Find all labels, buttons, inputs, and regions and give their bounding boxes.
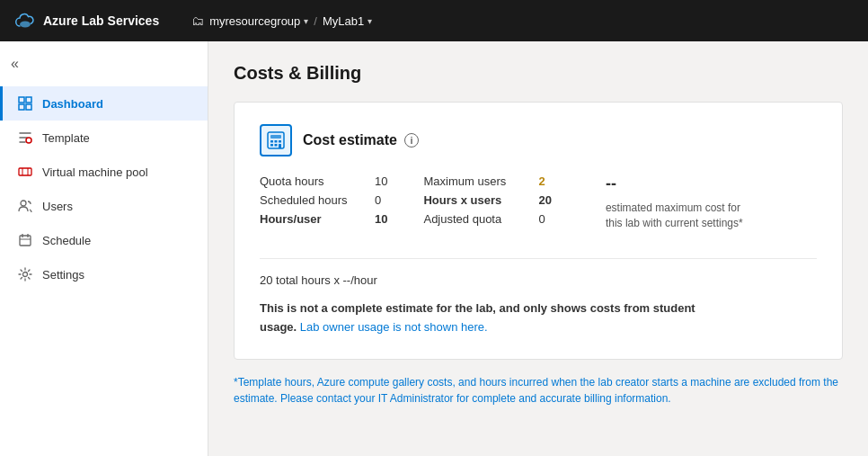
svg-rect-3 <box>19 104 24 110</box>
stat-row-adjusted-quota: Adjusted quota 0 <box>423 212 551 226</box>
stat-row-max-users: Maximum users 2 <box>423 174 551 188</box>
sidebar-item-label: Users <box>42 200 73 213</box>
svg-rect-4 <box>26 104 31 110</box>
svg-rect-19 <box>279 140 281 143</box>
cost-description: estimated maximum cost for this lab with… <box>606 201 749 231</box>
stat-label: Hours x users <box>423 193 531 207</box>
resource-group-chevron: ▾ <box>304 16 308 26</box>
stat-label: Hours/user <box>260 212 368 226</box>
footer-note: *Template hours, Azure compute gallery c… <box>234 374 843 407</box>
calculator-icon <box>260 124 292 156</box>
stat-label: Adjusted quota <box>423 212 531 226</box>
cost-right-section: -- estimated maximum cost for this lab w… <box>606 174 749 231</box>
sidebar-item-template[interactable]: Template <box>0 121 208 155</box>
stats-col-right: Maximum users 2 Hours x users 20 Adjuste… <box>423 174 551 226</box>
breadcrumb: 🗂 myresourcegroup ▾ / MyLab1 ▾ <box>191 13 372 28</box>
vm-pool-icon <box>17 164 33 180</box>
card-title: Cost estimate i <box>303 132 419 148</box>
info-icon[interactable]: i <box>404 133 419 148</box>
sidebar-item-label: Settings <box>42 268 84 282</box>
svg-rect-16 <box>270 135 281 139</box>
lab-name-link[interactable]: MyLab1 ▾ <box>323 14 372 28</box>
stat-row-scheduled-hours: Scheduled hours 0 <box>260 193 387 207</box>
stat-row-hours-per-user: Hours/user 10 <box>260 212 387 226</box>
sidebar-item-users[interactable]: Users <box>0 189 208 223</box>
sidebar-item-dashboard[interactable]: Dashboard <box>0 86 208 121</box>
sidebar-item-label: Schedule <box>42 234 91 247</box>
svg-rect-18 <box>275 140 278 143</box>
sidebar-item-label: Dashboard <box>42 97 103 111</box>
users-icon <box>17 198 33 214</box>
svg-rect-20 <box>270 144 273 147</box>
card-title-text: Cost estimate <box>303 132 397 148</box>
disclaimer: This is not a complete estimate for the … <box>260 300 727 337</box>
schedule-icon <box>17 232 33 248</box>
sidebar-navigation: Dashboard Template <box>0 86 208 291</box>
collapse-icon: « <box>11 56 19 71</box>
sidebar-item-vm-pool[interactable]: Virtual machine pool <box>0 155 208 189</box>
sidebar-item-settings[interactable]: Settings <box>0 257 208 291</box>
lab-name-label: MyLab1 <box>323 14 364 28</box>
svg-rect-10 <box>20 236 31 246</box>
svg-rect-6 <box>19 168 31 175</box>
stat-value: 10 <box>375 174 387 188</box>
stat-label: Quota hours <box>260 174 368 188</box>
cost-dash: -- <box>606 174 616 193</box>
svg-rect-21 <box>275 144 278 147</box>
stat-value: 0 <box>375 193 381 207</box>
stat-value: 2 <box>538 174 545 188</box>
svg-point-5 <box>26 138 31 143</box>
resource-group-link[interactable]: myresourcegroup ▾ <box>209 14 308 28</box>
resource-group-icon: 🗂 <box>191 13 204 28</box>
svg-rect-2 <box>26 97 31 103</box>
template-icon <box>17 130 33 146</box>
svg-point-0 <box>20 22 31 28</box>
sidebar-collapse-button[interactable]: « <box>0 49 208 79</box>
stats-col-left: Quota hours 10 Scheduled hours 0 Hours/u… <box>260 174 387 226</box>
cost-estimate-card: Cost estimate i Quota hours 10 Scheduled… <box>234 102 843 360</box>
svg-point-14 <box>23 273 28 277</box>
stat-label: Scheduled hours <box>260 193 368 207</box>
sidebar-item-label: Template <box>42 131 90 145</box>
stat-row-hours-x-users: Hours x users 20 <box>423 193 551 207</box>
breadcrumb-separator: / <box>314 14 317 28</box>
total-hours: 20 total hours x --/hour <box>260 273 817 287</box>
app-layout: « Dashboard <box>0 41 868 456</box>
stat-value: 20 <box>538 193 551 207</box>
svg-point-9 <box>21 201 26 206</box>
stat-value: 0 <box>538 212 545 226</box>
stat-label: Maximum users <box>423 174 531 188</box>
azure-cloud-icon <box>14 10 36 31</box>
svg-rect-1 <box>19 97 24 103</box>
lab-name-chevron: ▾ <box>368 16 372 26</box>
main-content: Costs & Billing Cost est <box>208 41 868 456</box>
card-header: Cost estimate i <box>260 124 817 156</box>
disclaimer-link[interactable]: Lab owner usage is not shown here. <box>300 320 488 334</box>
svg-rect-17 <box>270 140 273 143</box>
card-divider <box>260 258 817 259</box>
svg-rect-22 <box>279 144 281 148</box>
resource-group-label: myresourcegroup <box>209 14 300 28</box>
sidebar-item-schedule[interactable]: Schedule <box>0 223 208 257</box>
app-logo: Azure Lab Services <box>14 10 159 31</box>
stats-section: Quota hours 10 Scheduled hours 0 Hours/u… <box>260 174 552 226</box>
settings-icon <box>17 266 33 282</box>
dashboard-icon <box>17 95 33 112</box>
top-navigation: Azure Lab Services 🗂 myresourcegroup ▾ /… <box>0 0 868 41</box>
page-title: Costs & Billing <box>234 63 843 84</box>
stat-value: 10 <box>375 212 387 226</box>
sidebar-item-label: Virtual machine pool <box>42 165 148 179</box>
stat-row-quota-hours: Quota hours 10 <box>260 174 387 188</box>
stats-and-cost: Quota hours 10 Scheduled hours 0 Hours/u… <box>260 174 817 244</box>
sidebar: « Dashboard <box>0 41 208 456</box>
app-title: Azure Lab Services <box>43 13 159 28</box>
